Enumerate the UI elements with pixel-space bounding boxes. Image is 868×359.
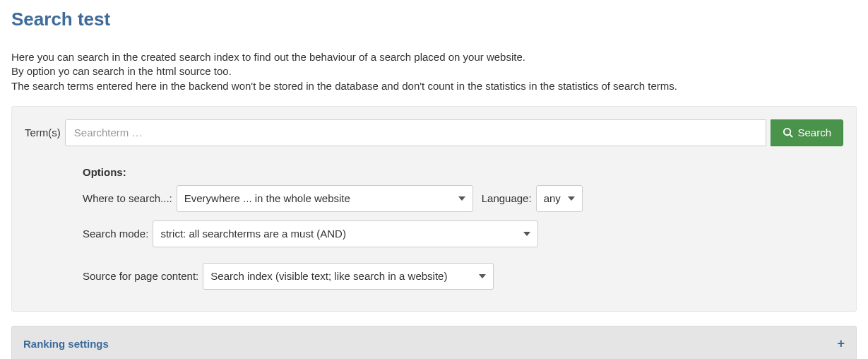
intro-line-3: The search terms entered here in the bac… <box>11 80 677 92</box>
option-row-source: Source for page content: Search index (v… <box>83 263 843 290</box>
accordion-title: Ranking settings <box>23 338 109 350</box>
source-label: Source for page content: <box>83 270 198 282</box>
mode-select[interactable]: strict: all searchterms are a must (AND) <box>153 220 538 247</box>
search-button[interactable]: Search <box>771 119 843 146</box>
where-select[interactable]: Everywhere ... in the whole website <box>177 185 473 212</box>
terms-label: Term(s) <box>25 126 61 139</box>
expand-icon: + <box>837 336 845 351</box>
search-icon <box>783 127 793 138</box>
svg-point-0 <box>784 129 790 135</box>
intro-text: Here you can search in the created searc… <box>11 50 857 93</box>
page-title: Search test <box>11 8 857 30</box>
source-select[interactable]: Search index (visible text; like search … <box>203 263 494 290</box>
language-select[interactable]: any <box>536 185 583 212</box>
options-heading: Options: <box>83 166 843 178</box>
option-row-where-lang: Where to search...: Everywhere ... in th… <box>83 185 843 212</box>
svg-line-1 <box>790 135 793 138</box>
mode-label: Search mode: <box>83 228 148 240</box>
intro-line-1: Here you can search in the created searc… <box>11 51 525 63</box>
ranking-settings-accordion[interactable]: Ranking settings + <box>11 326 857 359</box>
options-block: Options: Where to search...: Everywhere … <box>25 166 843 290</box>
search-row: Term(s) Search <box>25 119 843 146</box>
search-button-label: Search <box>797 126 831 139</box>
search-input[interactable] <box>65 119 767 146</box>
intro-line-2: By option yo can search in the html sour… <box>11 65 232 77</box>
search-panel: Term(s) Search Options: Where to search.… <box>11 106 857 312</box>
option-row-mode: Search mode: strict: all searchterms are… <box>83 220 843 247</box>
language-label: Language: <box>482 192 532 204</box>
where-label: Where to search...: <box>83 192 172 204</box>
